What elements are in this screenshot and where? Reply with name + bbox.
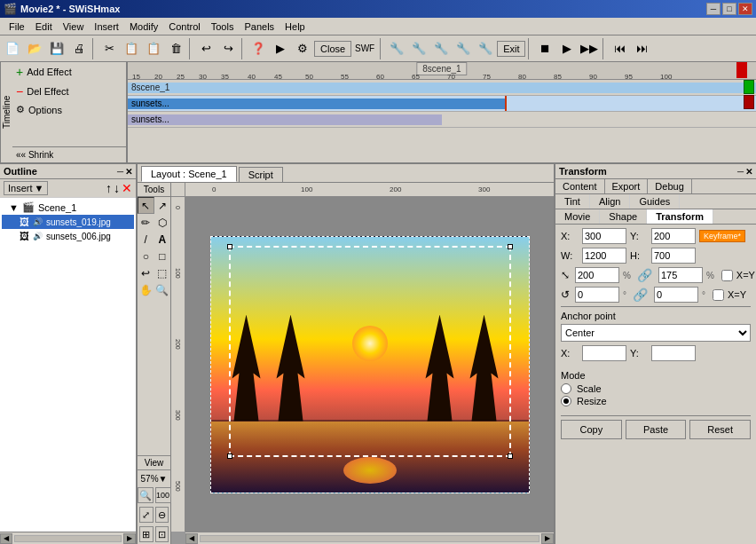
tab-transform[interactable]: Transform bbox=[647, 209, 713, 224]
tb-btn1[interactable]: 🔧 bbox=[386, 38, 407, 59]
outline-minimize[interactable]: ─ bbox=[117, 167, 123, 177]
play2-button[interactable]: ▶ bbox=[556, 38, 578, 59]
tb-btn5[interactable]: 🔧 bbox=[475, 38, 496, 59]
copy-button[interactable]: 📋 bbox=[121, 38, 142, 59]
anchor-y-input[interactable] bbox=[651, 345, 696, 361]
tab-script[interactable]: Script bbox=[239, 167, 283, 182]
menu-tools[interactable]: Tools bbox=[206, 20, 240, 34]
swf-button[interactable]: SWF bbox=[352, 38, 377, 59]
line-tool-button[interactable]: / bbox=[138, 231, 154, 248]
h-scrollbar[interactable]: ◀ ▶ bbox=[185, 532, 554, 544]
menu-panels[interactable]: Panels bbox=[239, 20, 280, 34]
redo-button[interactable]: ↪ bbox=[217, 38, 239, 59]
tab-debug[interactable]: Debug bbox=[648, 179, 691, 193]
outline-up[interactable]: ↑ bbox=[106, 181, 112, 195]
anchor-select[interactable]: Center bbox=[561, 324, 751, 342]
paste-button[interactable]: 📋 bbox=[143, 38, 164, 59]
tab-content[interactable]: Content bbox=[555, 179, 605, 193]
menu-view[interactable]: View bbox=[58, 20, 90, 34]
skew-input[interactable] bbox=[654, 287, 698, 303]
bezier-tool-button[interactable]: ⬡ bbox=[154, 214, 171, 231]
del-effect-button[interactable]: − Del Effect bbox=[12, 82, 126, 101]
maximize-button[interactable]: □ bbox=[722, 3, 736, 15]
delete-button[interactable]: 🗑 bbox=[165, 38, 186, 59]
snap-button[interactable]: ⊡ bbox=[155, 526, 169, 542]
sub-tab-align[interactable]: Align bbox=[590, 194, 630, 209]
x-input[interactable] bbox=[582, 228, 626, 244]
rotate-tool-button[interactable]: ↩ bbox=[138, 264, 154, 281]
settings-button[interactable]: ⚙ bbox=[292, 38, 313, 59]
tab-export[interactable]: Export bbox=[605, 179, 649, 193]
close-button[interactable]: ✕ bbox=[738, 3, 752, 15]
y-input[interactable] bbox=[651, 228, 696, 244]
tb-btn4[interactable]: 🔧 bbox=[453, 38, 474, 59]
zoom-100-button[interactable]: 100 bbox=[155, 487, 171, 503]
handle-tr[interactable] bbox=[508, 244, 513, 249]
zoom-fit-button[interactable]: ⤢ bbox=[139, 507, 154, 523]
menu-insert[interactable]: Insert bbox=[89, 20, 124, 34]
transform-minimize[interactable]: ─ bbox=[737, 167, 744, 177]
xy-check1[interactable] bbox=[721, 270, 733, 281]
select-tool-button[interactable]: ↖ bbox=[138, 197, 154, 214]
xy-check2[interactable] bbox=[713, 289, 724, 301]
handle-bl[interactable] bbox=[227, 453, 232, 459]
outline-scrollbar[interactable]: ◀ ▶ bbox=[0, 532, 136, 544]
sub-tab-guides[interactable]: Guides bbox=[630, 194, 680, 209]
open-button[interactable]: 📂 bbox=[24, 38, 45, 59]
handle-br[interactable] bbox=[508, 453, 513, 459]
print-button[interactable]: 🖨 bbox=[68, 38, 90, 59]
new-button[interactable]: 📄 bbox=[2, 38, 23, 59]
tree-item-1[interactable]: 🖼 🔊 sunsets_006.jpg bbox=[2, 229, 134, 243]
paste-button[interactable]: Paste bbox=[626, 420, 687, 439]
minimize-button[interactable]: ─ bbox=[706, 3, 721, 15]
pen-tool-button[interactable]: ✏ bbox=[138, 214, 154, 231]
outline-down[interactable]: ↓ bbox=[114, 181, 120, 195]
close-button-toolbar[interactable]: Close bbox=[314, 41, 351, 57]
scale-y-input[interactable] bbox=[658, 267, 703, 283]
exit-button[interactable]: Exit bbox=[497, 41, 525, 57]
outline-delete[interactable]: ✕ bbox=[122, 181, 132, 195]
scroll-right[interactable]: ▶ bbox=[541, 533, 554, 544]
prev-frame-button[interactable]: ⏮ bbox=[609, 38, 630, 59]
transform-tool-button[interactable]: ↗ bbox=[154, 197, 171, 214]
tb-btn2[interactable]: 🔧 bbox=[408, 38, 429, 59]
tb-btn3[interactable]: 🔧 bbox=[430, 38, 452, 59]
copy-button[interactable]: Copy bbox=[561, 420, 622, 439]
h-input[interactable] bbox=[651, 248, 696, 264]
w-input[interactable] bbox=[582, 248, 626, 264]
help-button[interactable]: ❓ bbox=[248, 38, 269, 59]
scale-x-input[interactable] bbox=[575, 267, 619, 283]
sub-tab-tint[interactable]: Tint bbox=[555, 194, 590, 209]
anchor-x-input[interactable] bbox=[582, 345, 626, 361]
menu-edit[interactable]: Edit bbox=[30, 20, 58, 34]
tab-shape[interactable]: Shape bbox=[600, 209, 647, 224]
scroll-left[interactable]: ◀ bbox=[185, 533, 198, 544]
menu-modify[interactable]: Modify bbox=[124, 20, 163, 34]
tab-layout[interactable]: Layout : Scene_1 bbox=[141, 166, 237, 182]
undo-button[interactable]: ↩ bbox=[195, 38, 217, 59]
outline-close[interactable]: ✕ bbox=[125, 167, 132, 177]
insert-dropdown[interactable]: Insert ▼ bbox=[4, 181, 48, 195]
stop-button[interactable]: ⏹ bbox=[534, 38, 555, 59]
cut-button[interactable]: ✂ bbox=[98, 38, 120, 59]
crop-tool-button[interactable]: ⬚ bbox=[154, 264, 171, 281]
save-button[interactable]: 💾 bbox=[46, 38, 67, 59]
tree-root[interactable]: ▼ 🎬 Scene_1 bbox=[2, 200, 134, 215]
next-frame-button[interactable]: ⏭ bbox=[631, 38, 652, 59]
menu-help[interactable]: Help bbox=[280, 20, 311, 34]
tree-item-0[interactable]: 🖼 🔊 sunsets_019.jpg bbox=[2, 215, 134, 229]
zoom-tool-button[interactable]: 🔍 bbox=[154, 281, 171, 298]
canvas[interactable] bbox=[185, 197, 554, 532]
resize-radio[interactable] bbox=[561, 396, 571, 406]
menu-control[interactable]: Control bbox=[163, 20, 205, 34]
tab-movie[interactable]: Movie bbox=[555, 209, 600, 224]
ellipse-tool-button[interactable]: ○ bbox=[138, 248, 154, 264]
handle-tl[interactable] bbox=[227, 244, 232, 249]
menu-file[interactable]: File bbox=[4, 20, 30, 34]
shrink-button[interactable]: «« Shrink bbox=[12, 146, 126, 162]
grid-button[interactable]: ⊞ bbox=[139, 526, 154, 542]
rect-tool-button[interactable]: □ bbox=[154, 248, 171, 264]
zoom-out-button[interactable]: ⊖ bbox=[155, 507, 169, 523]
zoom-in-button[interactable]: 🔍 bbox=[138, 487, 154, 503]
add-effect-button[interactable]: + Add Effect bbox=[12, 62, 126, 82]
